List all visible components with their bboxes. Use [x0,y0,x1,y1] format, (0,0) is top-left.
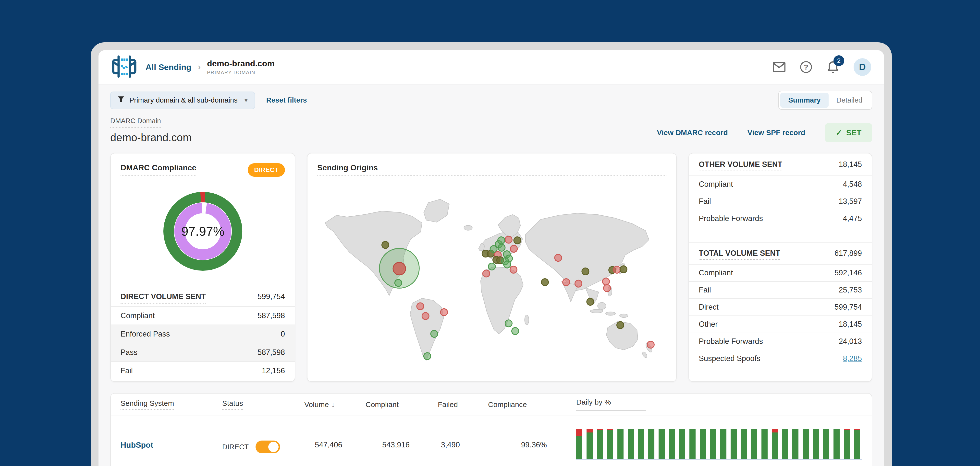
view-dmarc-record-link[interactable]: View DMARC record [657,128,728,137]
row-label: Compliant [699,180,733,189]
row-label: Compliant [699,268,733,277]
row-label: Enforced Pass [111,325,238,343]
sending-system-link[interactable]: HubSpot [121,441,153,449]
origin-dot-green [505,320,512,327]
origin-dot-green [395,279,402,287]
breadcrumb-all-sending[interactable]: All Sending [146,62,191,72]
mail-icon[interactable] [773,61,786,73]
origin-dot-red [575,280,582,287]
row-value: 12,156 [238,361,295,380]
daily-bar [597,429,603,460]
dmarc-domain-section: DMARC Domain demo-brand.com View DMARC r… [110,117,872,144]
col-status: Status [222,399,243,410]
total-volume-header: TOTAL VOLUME SENT [699,249,780,260]
origin-dot-green [424,353,431,360]
status-toggle[interactable] [256,441,280,453]
help-icon[interactable]: ? [800,61,813,73]
direct-badge: DIRECT [248,163,285,177]
summary-cards-row: DMARC Compliance DIRECT 97.97% [110,153,872,382]
breadcrumb-domain-name: demo-brand.com [207,59,275,68]
daily-bar [628,429,634,460]
funnel-filter-icon [118,96,124,105]
origin-dot-green [512,328,519,334]
row-label: Fail [111,361,238,380]
dmarc-set-badge[interactable]: ✓ SET [825,123,872,142]
daily-bars-chart [553,416,862,460]
row-value: 4,475 [843,214,862,223]
origin-dot-green [488,263,495,270]
row-value: 18,145 [838,320,862,329]
origin-dot-olive [617,322,624,329]
row-label: Other [699,320,718,329]
dmarcian-logo-icon [111,54,137,81]
breadcrumb-current-domain: demo-brand.com PRIMARY DOMAIN [207,59,275,75]
origin-dot-red [510,245,517,252]
origin-dot-red [555,254,562,262]
sort-desc-icon: ↓ [331,400,335,409]
avatar[interactable]: D [854,58,871,76]
row-label: Pass [111,343,238,361]
tab-detailed[interactable]: Detailed [829,93,870,108]
daily-bar [854,429,860,460]
daily-bar [751,429,757,460]
dmarc-domain-name: demo-brand.com [110,132,192,144]
sending-systems-table: Sending System Status Volume↓ Compliant … [110,393,872,466]
daily-bar [617,429,624,460]
origin-dot-red [505,236,512,243]
col-compliant: Compliant [366,400,434,409]
set-label: SET [846,128,861,137]
check-icon: ✓ [836,128,842,137]
daily-bar [782,429,788,460]
donut-percent-label: 97.97% [181,224,224,238]
origin-dot-red [483,270,490,277]
reset-filters-link[interactable]: Reset filters [266,96,307,104]
daily-bar [803,429,809,460]
notifications-bell-icon[interactable]: 2 [827,61,839,73]
other-volume-header: OTHER VOLUME SENT [699,160,782,171]
breadcrumb: All Sending › demo-brand.com PRIMARY DOM… [146,59,275,75]
origin-dot-green [504,261,511,268]
breadcrumb-domain-tag: PRIMARY DOMAIN [207,70,275,75]
col-volume-sort[interactable]: Volume↓ [304,400,366,409]
dmarc-domain-label: DMARC Domain [110,117,161,127]
daily-bar [720,429,726,460]
app-content: All Sending › demo-brand.com PRIMARY DOM… [99,50,884,466]
dmarc-compliance-card: DMARC Compliance DIRECT 97.97% [110,153,295,382]
col-sending-system: Sending System [121,399,174,410]
row-label: Direct [699,303,719,312]
notification-count-badge: 2 [834,55,844,66]
origin-dot-red [563,279,570,286]
row-label: Suspected Spoofs [699,354,760,363]
row-value: 25,753 [838,285,862,295]
view-mode-toggle: Summary Detailed [778,91,872,109]
origin-dot-olive [587,298,594,306]
daily-bar [607,429,613,460]
daily-bar [659,429,665,460]
origin-dot-red [604,285,611,292]
row-label: Probable Forwards [699,337,763,346]
row-value: 13,597 [838,197,862,206]
daily-bar [648,429,654,460]
total-volume-value: 617,899 [834,249,862,258]
suspected-spoofs-link[interactable]: 8,285 [843,354,862,363]
col-compliance: Compliance [484,400,553,409]
row-value: 4,548 [843,180,862,189]
domain-scope-dropdown[interactable]: Primary domain & all sub-domains ▾ [110,92,255,109]
origin-dot-red [422,312,429,320]
systems-table-header: Sending System Status Volume↓ Compliant … [111,393,872,416]
row-label: Fail [699,285,711,295]
view-spf-record-link[interactable]: View SPF record [748,128,805,137]
origin-dot-red [510,266,517,273]
volume-stats-card: OTHER VOLUME SENT 18,145 Compliant4,548 … [689,153,872,382]
row-label: Compliant [111,306,238,325]
direct-volume-header: DIRECT VOLUME SENT [121,292,206,303]
origin-dot-red [613,266,620,273]
status-label: DIRECT [222,443,249,451]
row-value: 599,754 [834,303,862,312]
daily-bar [834,429,840,460]
origin-dot-core [393,262,406,275]
map-card-title: Sending Origins [317,163,667,176]
tab-summary[interactable]: Summary [780,93,828,108]
compliance-card-title: DMARC Compliance [121,163,196,176]
daily-bar [679,429,685,460]
